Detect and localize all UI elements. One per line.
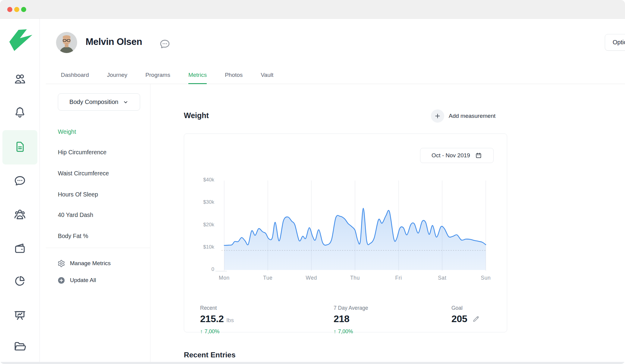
stat-label: 7 Day Average [334, 305, 368, 311]
manage-metrics-label: Manage Metrics [70, 260, 111, 267]
stat-change-value: 7,00% [338, 328, 353, 335]
plus-circle-icon [57, 276, 65, 284]
gear-icon [57, 259, 65, 268]
calendar-icon [475, 152, 482, 159]
manage-metrics-button[interactable]: Manage Metrics [57, 259, 111, 268]
minimize-window-button[interactable] [14, 7, 19, 12]
titlebar [0, 0, 625, 19]
folder-icon [13, 340, 27, 353]
y-axis-label: $40k [188, 177, 214, 183]
app-window: Melvin Olsen Options Dashboard Journey P… [0, 0, 625, 364]
sidebar-item-files[interactable] [13, 340, 27, 353]
client-avatar[interactable] [56, 32, 77, 53]
message-client-button[interactable] [159, 38, 171, 50]
weight-chart-card: Oct - Nov 2019 $40k$30k$20k$10k0 MonTueW… [184, 133, 507, 332]
stat-value: 215.2 [200, 313, 224, 325]
tab-dashboard[interactable]: Dashboard [61, 66, 89, 84]
recent-entries-title: Recent Entries [184, 351, 236, 359]
metric-item-waist-circumference[interactable]: Waist Circumferece [58, 169, 109, 177]
x-axis-label: Mon [211, 275, 238, 281]
app-body: Melvin Olsen Options Dashboard Journey P… [0, 19, 625, 364]
series-line [224, 208, 486, 245]
metric-item-40-yard-dash[interactable]: 40 Yard Dash [58, 211, 93, 219]
metric-item-hours-of-sleep[interactable]: Hours Of Sleep [58, 190, 98, 199]
section-title: Weight [184, 111, 209, 120]
y-axis-label: $20k [188, 222, 214, 228]
metric-category-select[interactable]: Body Composition [58, 93, 140, 111]
stat-change: ↑ 7,00% [334, 328, 368, 335]
up-arrow-icon: ↑ [334, 328, 336, 335]
stat-unit: lbs [227, 317, 234, 324]
update-all-button[interactable]: Update All [57, 275, 96, 285]
sidebar-item-clients[interactable] [13, 73, 27, 86]
add-measurement-label: Add measurement [449, 113, 495, 119]
sidebar-item-payments[interactable] [13, 242, 27, 255]
client-tabs: Dashboard Journey Programs Metrics Photo… [46, 66, 625, 84]
add-measurement-button[interactable]: Add measurement [431, 109, 495, 123]
next-section-edge [0, 362, 625, 364]
nav-rail [0, 19, 40, 364]
y-axis-label: $10k [188, 244, 214, 250]
x-axis-label: Sat [429, 275, 456, 281]
metric-category-value: Body Composition [69, 99, 118, 105]
sidebar-item-reports[interactable] [13, 274, 27, 287]
tab-photos[interactable]: Photos [225, 66, 243, 84]
x-axis-label: Tue [254, 275, 281, 281]
x-axis-label: Sun [472, 275, 499, 281]
client-name: Melvin Olsen [86, 36, 142, 47]
x-axis-label: Fri [385, 275, 412, 281]
update-all-label: Update All [70, 277, 96, 284]
stat-value: 205 [451, 313, 467, 325]
tab-programs[interactable]: Programs [146, 66, 170, 84]
presentation-icon [13, 309, 27, 322]
weight-area-chart [184, 134, 507, 333]
brand-logo-icon [6, 27, 34, 54]
edit-goal-button[interactable] [472, 315, 480, 323]
date-range-value: Oct - Nov 2019 [432, 152, 470, 159]
y-axis-label: 0 [188, 266, 214, 272]
metric-item-weight[interactable]: Weight [58, 127, 76, 136]
stat-recent: Recent 215.2 lbs ↑ 7,00% [200, 305, 234, 335]
metric-item-hip-circumference[interactable]: Hip Circumference [58, 148, 106, 156]
avatar-image [56, 32, 77, 53]
x-axis-label: Thu [341, 275, 369, 281]
close-window-button[interactable] [7, 7, 12, 12]
sidebar-item-presentations[interactable] [13, 309, 27, 322]
stat-7-day-average: 7 Day Average 218 ↑ 7,00% [334, 305, 368, 335]
area-fill [224, 208, 486, 270]
chevron-down-icon [123, 99, 129, 105]
users-icon [13, 73, 27, 86]
sidebar-divider [150, 84, 150, 364]
document-icon [13, 140, 27, 153]
sidebar-section-divider [46, 248, 150, 248]
sidebar-item-messages[interactable] [13, 174, 27, 187]
chat-bubble-icon [13, 174, 27, 187]
up-arrow-icon: ↑ [200, 328, 203, 335]
wallet-icon [13, 242, 27, 255]
date-range-picker[interactable]: Oct - Nov 2019 [420, 148, 494, 163]
chat-bubble-icon [159, 38, 171, 50]
window-controls [7, 7, 26, 12]
sidebar-item-notifications[interactable] [13, 106, 27, 119]
bell-icon [13, 106, 27, 119]
options-button[interactable]: Options [605, 34, 625, 51]
y-axis-label: $30k [188, 199, 214, 205]
stat-change: ↑ 7,00% [200, 328, 234, 335]
zoom-window-button[interactable] [21, 7, 26, 12]
stat-label: Goal [451, 305, 480, 311]
stat-change-value: 7,00% [205, 328, 220, 335]
pie-chart-icon [13, 274, 27, 287]
plus-icon [431, 109, 444, 123]
metric-item-body-fat[interactable]: Body Fat % [58, 232, 88, 240]
group-icon [13, 208, 27, 221]
stat-label: Recent [200, 305, 234, 311]
tab-metrics[interactable]: Metrics [188, 66, 207, 84]
sidebar-item-groups[interactable] [13, 208, 27, 221]
x-axis-label: Wed [298, 275, 325, 281]
sidebar-item-documents[interactable] [13, 140, 27, 153]
stat-value: 218 [334, 313, 350, 325]
stat-goal: Goal 205 [451, 305, 480, 325]
pencil-icon [472, 315, 480, 323]
tab-vault[interactable]: Vault [261, 66, 273, 84]
tab-journey[interactable]: Journey [107, 66, 127, 84]
